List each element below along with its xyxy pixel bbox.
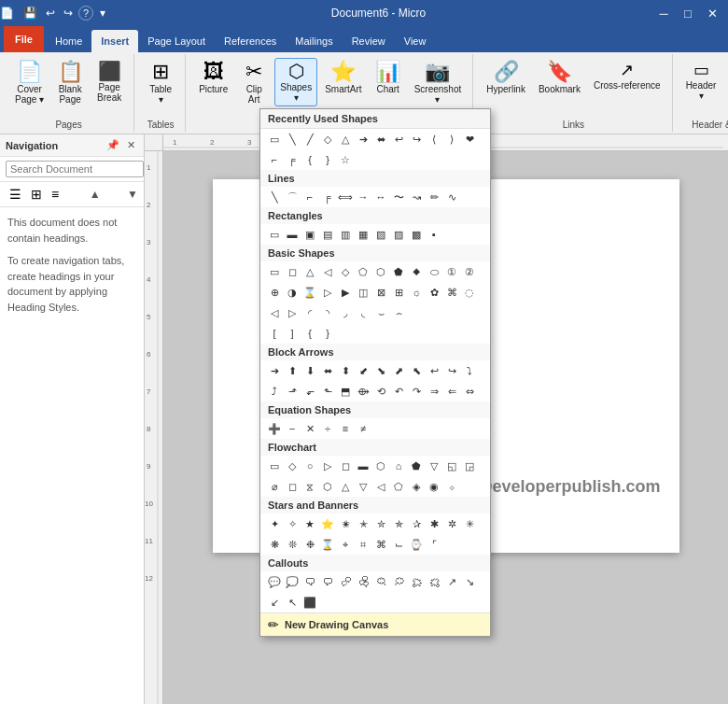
star-2[interactable]: ✧ <box>284 515 301 532</box>
basic-b7[interactable]: ⊠ <box>372 284 389 301</box>
ba-31[interactable]: ⇐ <box>443 383 460 400</box>
table-button[interactable]: ⊞ Table▾ <box>142 58 179 108</box>
line-elbow[interactable]: ⌐ <box>301 189 318 205</box>
line-straight[interactable]: ╲ <box>266 189 283 205</box>
save-button[interactable]: 💾 <box>21 5 40 21</box>
shape-curly1[interactable]: ⟨ <box>426 131 442 148</box>
ba-21[interactable]: ⤴ <box>266 383 283 400</box>
undo-button[interactable]: ↩ <box>43 5 58 21</box>
tab-mailings[interactable]: Mailings <box>286 30 342 52</box>
eq-div[interactable]: ÷ <box>319 420 336 437</box>
shape-heart[interactable]: ❤ <box>461 131 478 148</box>
banner-1[interactable]: ❋ <box>266 536 283 553</box>
ba-30[interactable]: ⇒ <box>426 383 442 400</box>
rect-plain[interactable]: ▭ <box>266 226 283 243</box>
tab-page-layout[interactable]: Page Layout <box>138 30 215 52</box>
shape-r4[interactable]: } <box>319 151 336 168</box>
basic-b5[interactable]: ▶ <box>337 284 354 301</box>
fc-30[interactable]: ◉ <box>426 478 442 495</box>
ba-8[interactable]: ⬈ <box>390 362 407 379</box>
chart-button[interactable]: 📊 Chart <box>370 58 407 98</box>
basic-hex[interactable]: ⬡ <box>372 263 389 280</box>
basic-c1[interactable]: ◁ <box>266 304 283 321</box>
hyperlink-button[interactable]: 🔗 Hyperlink <box>481 58 531 98</box>
fc-24[interactable]: ⬡ <box>319 478 336 495</box>
blank-page-button[interactable]: 📋 BlankPage <box>51 58 89 108</box>
ba-6[interactable]: ⬋ <box>355 362 371 379</box>
fc-2[interactable]: ◇ <box>284 458 301 474</box>
eq-times[interactable]: ✕ <box>301 420 318 437</box>
nav-down-button[interactable]: ▼ <box>127 188 138 201</box>
fc-8[interactable]: ⌂ <box>390 458 407 474</box>
ba-22[interactable]: ⬏ <box>284 383 301 400</box>
ba-5[interactable]: ⬍ <box>337 362 354 379</box>
callout-7[interactable]: 🗬 <box>372 573 389 590</box>
basic-c8[interactable]: ⌢ <box>390 304 407 321</box>
basic-b10[interactable]: ✿ <box>426 284 442 301</box>
callout-1[interactable]: 💬 <box>266 573 283 590</box>
nav-up-button[interactable]: ▲ <box>90 188 101 201</box>
basic-d1[interactable]: [ <box>266 325 283 342</box>
basic-b12[interactable]: ◌ <box>461 284 478 301</box>
line-curve[interactable]: ⌒ <box>284 189 301 205</box>
clip-art-button[interactable]: ✂ ClipArt <box>235 58 273 108</box>
shape-tri[interactable]: △ <box>337 131 354 148</box>
eq-neq[interactable]: ≠ <box>355 420 371 437</box>
callout-2[interactable]: 💭 <box>284 573 301 590</box>
ba-1[interactable]: ➔ <box>266 362 283 379</box>
fc-12[interactable]: ◲ <box>461 458 478 474</box>
rect-snip2[interactable]: ▤ <box>319 226 336 243</box>
line-free[interactable]: ✏ <box>426 189 442 205</box>
basic-b3[interactable]: ⌛ <box>301 284 318 301</box>
eq-plus[interactable]: ➕ <box>266 420 283 437</box>
fc-3[interactable]: ○ <box>301 458 318 474</box>
star-8[interactable]: ✯ <box>390 515 407 532</box>
search-input[interactable] <box>6 161 144 177</box>
minimize-button[interactable]: ─ <box>651 3 676 23</box>
tab-view[interactable]: View <box>395 30 436 52</box>
star-10[interactable]: ✱ <box>426 515 442 532</box>
ba-32[interactable]: ⇔ <box>461 383 478 400</box>
banner-3[interactable]: ❉ <box>301 536 318 553</box>
shape-r1[interactable]: ⌐ <box>266 151 283 168</box>
callout-11[interactable]: ↗ <box>443 573 460 590</box>
basic-dec[interactable]: ⬭ <box>426 263 442 280</box>
star-12[interactable]: ✳ <box>461 515 478 532</box>
star-11[interactable]: ✲ <box>443 515 460 532</box>
basic-circ2[interactable]: ② <box>461 263 478 280</box>
basic-b8[interactable]: ⊞ <box>390 284 407 301</box>
basic-rtri[interactable]: ◁ <box>319 263 336 280</box>
basic-b4[interactable]: ▷ <box>319 284 336 301</box>
callout-23[interactable]: ⬛ <box>301 594 318 611</box>
callout-12[interactable]: ↘ <box>461 573 478 590</box>
basic-square[interactable]: ◻ <box>284 263 301 280</box>
nav-results-view-button[interactable]: ≡ <box>48 185 63 204</box>
callout-21[interactable]: ↙ <box>266 594 283 611</box>
basic-b1[interactable]: ⊕ <box>266 284 283 301</box>
star-9[interactable]: ✰ <box>408 515 425 532</box>
fc-28[interactable]: ⬠ <box>390 478 407 495</box>
callout-6[interactable]: 🗫 <box>355 573 371 590</box>
header-button[interactable]: ▭ Header▾ <box>680 58 722 105</box>
line-elbow2[interactable]: ╒ <box>319 189 336 205</box>
fc-11[interactable]: ◱ <box>443 458 460 474</box>
star-5[interactable]: ✬ <box>337 515 354 532</box>
banner-10[interactable]: ⌜ <box>426 536 442 553</box>
fc-9[interactable]: ⬟ <box>408 458 425 474</box>
help-button[interactable]: ? <box>78 6 93 21</box>
nav-pages-view-button[interactable]: ⊞ <box>27 185 46 204</box>
callout-22[interactable]: ↖ <box>284 594 301 611</box>
star-3[interactable]: ★ <box>301 515 318 532</box>
line-squiggle[interactable]: ↝ <box>408 189 425 205</box>
fc-25[interactable]: △ <box>337 478 354 495</box>
bookmark-button[interactable]: 🔖 Bookmark <box>533 58 586 98</box>
cross-reference-button[interactable]: ↗ Cross-reference <box>588 58 666 94</box>
ba-27[interactable]: ⟲ <box>372 383 389 400</box>
line-double[interactable]: ⟺ <box>337 189 354 205</box>
basic-d4[interactable]: } <box>319 325 336 342</box>
fc-4[interactable]: ▷ <box>319 458 336 474</box>
cover-page-button[interactable]: 📄 CoverPage ▾ <box>9 58 49 108</box>
basic-c6[interactable]: ◟ <box>355 304 371 321</box>
banner-9[interactable]: ⌚ <box>408 536 425 553</box>
basic-c3[interactable]: ◜ <box>301 304 318 321</box>
